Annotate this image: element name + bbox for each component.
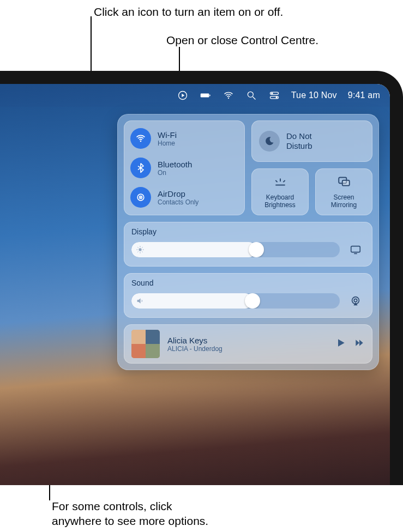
moon-icon[interactable]: [259, 131, 280, 152]
sound-slider-knob[interactable]: [245, 293, 260, 309]
sound-slider-fill: [131, 293, 252, 309]
dnd-title: Do NotDisturb: [286, 131, 312, 151]
album-art: [131, 330, 160, 358]
callout-toggle-text: Click an icon to turn an item on or off.: [94, 4, 283, 19]
next-track-button[interactable]: [354, 337, 365, 350]
display-tile[interactable]: Display: [124, 222, 372, 267]
airdrop-title: AirDrop: [158, 189, 199, 198]
play-button[interactable]: [335, 337, 346, 350]
screen-mirroring-icon: [337, 174, 351, 191]
bluetooth-subtitle: On: [158, 169, 192, 177]
svg-rect-2: [200, 93, 209, 97]
svg-point-10: [275, 96, 277, 98]
svg-line-6: [252, 97, 255, 100]
svg-rect-26: [351, 246, 360, 252]
wifi-subtitle: Home: [158, 140, 177, 147]
svg-marker-32: [356, 340, 359, 346]
svg-line-24: [137, 251, 138, 252]
bluetooth-row[interactable]: Bluetooth On: [130, 158, 238, 178]
callout-more-options-text: For some controls, click anywhere to see…: [52, 499, 208, 529]
desktop-screen: Tue 10 Nov 9:41 am Wi-Fi Home: [0, 84, 390, 485]
bluetooth-title: Bluetooth: [158, 160, 192, 169]
wifi-menu-icon[interactable]: [222, 89, 234, 101]
svg-marker-33: [359, 340, 363, 346]
screen-mirroring-tile[interactable]: ScreenMirroring: [315, 168, 372, 215]
do-not-disturb-tile[interactable]: Do NotDisturb: [251, 120, 372, 162]
now-playing-menu-icon[interactable]: [177, 89, 189, 101]
svg-point-8: [271, 93, 273, 94]
svg-rect-16: [342, 180, 349, 186]
airdrop-subtitle: Contacts Only: [158, 198, 199, 206]
display-options-button[interactable]: [346, 240, 365, 259]
svg-line-22: [137, 247, 138, 247]
now-playing-artist: Alicia Keys: [167, 336, 328, 345]
sound-tile[interactable]: Sound: [124, 273, 372, 318]
display-slider-knob[interactable]: [249, 242, 264, 257]
menu-bar-time[interactable]: 9:41 am: [348, 90, 380, 100]
display-brightness-slider[interactable]: [131, 242, 340, 257]
keyboard-brightness-icon: [273, 174, 287, 191]
wifi-row[interactable]: Wi-Fi Home: [130, 128, 238, 149]
spotlight-menu-icon[interactable]: [245, 89, 257, 101]
device-frame: Tue 10 Nov 9:41 am Wi-Fi Home: [0, 71, 403, 485]
display-label: Display: [131, 227, 365, 236]
sound-volume-slider[interactable]: [131, 293, 340, 309]
control-centre-menu-icon[interactable]: [268, 89, 280, 101]
display-slider-fill: [131, 242, 256, 257]
bluetooth-icon[interactable]: [130, 158, 151, 178]
svg-point-5: [248, 92, 253, 97]
now-playing-tile[interactable]: Alicia Keys ALICIA - Underdog: [124, 324, 372, 364]
keyboard-brightness-tile[interactable]: KeyboardBrightness: [251, 168, 309, 215]
control-centre-panel: Wi-Fi Home Bluetooth On: [117, 114, 379, 370]
svg-marker-1: [182, 94, 184, 98]
callout-open-close-text: Open or close Control Centre.: [166, 33, 318, 47]
airdrop-icon[interactable]: [130, 187, 151, 208]
menu-bar: Tue 10 Nov 9:41 am: [0, 84, 390, 107]
connectivity-tile[interactable]: Wi-Fi Home Bluetooth On: [124, 120, 245, 215]
svg-point-11: [140, 141, 142, 142]
wifi-icon[interactable]: [130, 128, 151, 149]
volume-low-icon: [136, 297, 145, 305]
now-playing-track: ALICIA - Underdog: [167, 345, 328, 353]
svg-line-23: [142, 251, 142, 252]
svg-marker-31: [338, 339, 345, 346]
svg-point-29: [354, 299, 357, 302]
svg-point-4: [227, 98, 228, 99]
brightness-low-icon: [136, 245, 145, 254]
airplay-audio-button[interactable]: [346, 292, 365, 310]
sound-label: Sound: [131, 279, 365, 287]
svg-point-17: [139, 248, 141, 251]
wifi-title: Wi-Fi: [158, 130, 177, 140]
svg-point-14: [140, 197, 142, 198]
small-tiles-row: KeyboardBrightness ScreenMirroring: [251, 168, 372, 215]
menu-bar-date[interactable]: Tue 10 Nov: [291, 90, 337, 100]
battery-menu-icon[interactable]: [200, 89, 212, 101]
airdrop-row[interactable]: AirDrop Contacts Only: [130, 187, 238, 208]
svg-rect-3: [209, 95, 210, 96]
svg-line-25: [142, 247, 142, 247]
